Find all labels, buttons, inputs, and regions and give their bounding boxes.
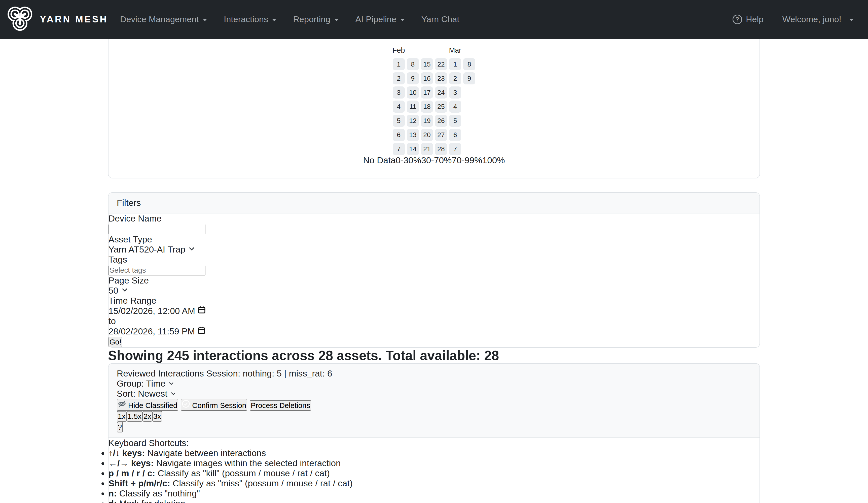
zoom-level-button-group: 1x1.5x2x3x (117, 411, 751, 422)
time-range-label: Time Range (108, 295, 760, 306)
calendar-day-cell[interactable]: 26 (435, 115, 447, 127)
device-name-field-group: Device Name (108, 213, 760, 234)
hide-classified-label: Hide Classified (128, 401, 177, 410)
chevron-down-icon (168, 379, 174, 388)
heatmap-legend: No Data0-30%30-70%70-99%100% (363, 155, 505, 165)
device-name-input[interactable] (108, 224, 205, 234)
user-menu-label: Welcome, jono! (783, 14, 841, 24)
asset-type-select[interactable]: Yarn AT520-AI Trap (108, 244, 760, 254)
time-range-field-group: Time Range 15/02/2026, 12:00 AM to 28/02… (108, 295, 760, 336)
shortcut-key: ←/→ keys: (108, 458, 154, 468)
time-range-end-input[interactable]: 28/02/2026, 11:59 PM (108, 326, 760, 336)
chevron-down-icon (188, 244, 196, 254)
calendar-day-cell[interactable]: 7 (449, 143, 461, 155)
calendar-day-cell[interactable]: 17 (421, 87, 433, 99)
calendar-day-cell[interactable]: 8 (407, 58, 419, 70)
brand-name: YARN MESH (40, 14, 108, 25)
legend-item: No Data (363, 155, 395, 165)
calendar-day-cell[interactable]: 6 (393, 129, 405, 141)
zoom-3x-button[interactable]: 3x (152, 411, 162, 422)
nav-item-reporting[interactable]: Reporting (293, 14, 339, 24)
check-circle-icon (182, 401, 192, 410)
reviewed-interactions-card: Reviewed Interactions Session: nothing: … (108, 363, 760, 503)
brand[interactable]: YARN MESH (6, 4, 108, 35)
calendar-day-cell[interactable]: 18 (421, 101, 433, 113)
nav-item-interactions[interactable]: Interactions (224, 14, 277, 24)
shortcut-key: n: (108, 489, 117, 498)
calendar-day-cell[interactable]: 3 (393, 87, 405, 99)
calendar-day-cell[interactable]: 7 (393, 143, 405, 155)
shortcut-key: Shift + p/m/r/c: (108, 478, 170, 488)
calendar-day-cell[interactable]: 1 (449, 58, 461, 70)
calendar-day-cell[interactable]: 8 (463, 58, 475, 70)
calendar-day-cell[interactable]: 9 (463, 72, 475, 84)
process-deletions-button[interactable]: Process Deletions (250, 400, 311, 411)
calendar-day-cell[interactable]: 1 (393, 58, 405, 70)
zoom-2x-button[interactable]: 2x (143, 411, 152, 422)
calendar-day-cell[interactable]: 3 (449, 87, 461, 99)
calendar-day-cell[interactable]: 10 (407, 87, 419, 99)
reviewed-card-header: Reviewed Interactions Session: nothing: … (108, 364, 760, 438)
calendar-day-cell[interactable]: 16 (421, 72, 433, 84)
help-link[interactable]: ? Help (733, 14, 764, 24)
page: YARN MESH Device ManagementInteractionsR… (0, 0, 868, 503)
calendar-icon[interactable] (197, 326, 206, 336)
go-button[interactable]: Go! (108, 337, 122, 347)
calendar-day-cell[interactable]: 12 (407, 115, 419, 127)
calendar-day-cell[interactable]: 9 (407, 72, 419, 84)
tags-input[interactable] (108, 265, 205, 275)
page-size-select[interactable]: 50 (108, 285, 760, 295)
group-select-value: Group: Time (117, 379, 166, 388)
zoom-1x-button[interactable]: 1x (117, 411, 127, 422)
user-menu[interactable]: Welcome, jono! (783, 14, 854, 24)
chevron-down-icon (334, 19, 339, 21)
calendar-day-cell[interactable]: 23 (435, 72, 447, 84)
calendar-icon[interactable] (198, 306, 206, 316)
calendar-day-cell[interactable]: 13 (407, 129, 419, 141)
calendar-day-cell[interactable]: 6 (449, 129, 461, 141)
calendar-day-cell[interactable]: 15 (421, 58, 433, 70)
chevron-down-icon (400, 19, 405, 21)
calendar-day-cell[interactable]: 21 (421, 143, 433, 155)
calendar-day-cell[interactable]: 25 (435, 101, 447, 113)
hide-classified-button[interactable]: Hide Classified (117, 399, 178, 411)
calendar-day-cell[interactable]: 24 (435, 87, 447, 99)
filters-row-1: Device Name Asset Type Yarn AT520-AI Tra… (108, 213, 760, 295)
calendar-day-cell[interactable]: 20 (421, 129, 433, 141)
month-label: Mar (449, 46, 461, 54)
help-label: Help (746, 14, 764, 24)
keyboard-shortcuts-title: Keyboard Shortcuts: (108, 438, 760, 448)
zoom-1.5x-button[interactable]: 1.5x (127, 411, 143, 422)
group-select[interactable]: Group: Time (117, 379, 751, 389)
results-heading: Showing 245 interactions across 28 asset… (108, 348, 760, 363)
nav-item-device-management[interactable]: Device Management (120, 14, 207, 24)
asset-type-value: Yarn AT520-AI Trap (108, 244, 186, 254)
shortcut-item: n: Classify as "nothing" (108, 489, 760, 499)
calendar-day-cell[interactable]: 27 (435, 129, 447, 141)
sort-select[interactable]: Sort: Newest (117, 389, 751, 399)
calendar-day-cell[interactable]: 2 (393, 72, 405, 84)
calendar-day-cell[interactable]: 4 (449, 101, 461, 113)
calendar-day-cell[interactable]: 11 (407, 101, 419, 113)
calendar-day-cell[interactable]: 14 (407, 143, 419, 155)
shortcut-key: ↑/↓ keys: (108, 448, 145, 458)
month-label: Feb (392, 46, 405, 54)
time-range-start-value: 15/02/2026, 12:00 AM (108, 306, 195, 316)
calendar-day-cell[interactable]: 22 (435, 58, 447, 70)
shortcut-item: Shift + p/m/r/c: Classify as "miss" (pos… (108, 478, 760, 489)
eye-slash-icon (118, 401, 128, 410)
time-range-start-input[interactable]: 15/02/2026, 12:00 AM (108, 306, 760, 316)
calendar-day-cell[interactable]: 2 (449, 72, 461, 84)
nav-item-ai-pipeline[interactable]: AI Pipeline (355, 14, 405, 24)
confirm-session-button[interactable]: Confirm Session (181, 399, 247, 411)
yarn-mesh-logo-icon (6, 4, 34, 35)
calendar-day-cell[interactable]: 4 (393, 101, 405, 113)
calendar-day-cell[interactable]: 19 (421, 115, 433, 127)
calendar-day-cell[interactable]: 5 (449, 115, 461, 127)
filters-card-body: Device Name Asset Type Yarn AT520-AI Tra… (108, 213, 760, 347)
calendar-day-cell[interactable]: 5 (393, 115, 405, 127)
session-badge: Session: nothing: 5 | miss_rat: 6 (206, 369, 332, 378)
shortcuts-help-button[interactable]: ? (117, 422, 123, 432)
nav-item-yarn-chat[interactable]: Yarn Chat (421, 14, 459, 24)
calendar-day-cell[interactable]: 28 (435, 143, 447, 155)
